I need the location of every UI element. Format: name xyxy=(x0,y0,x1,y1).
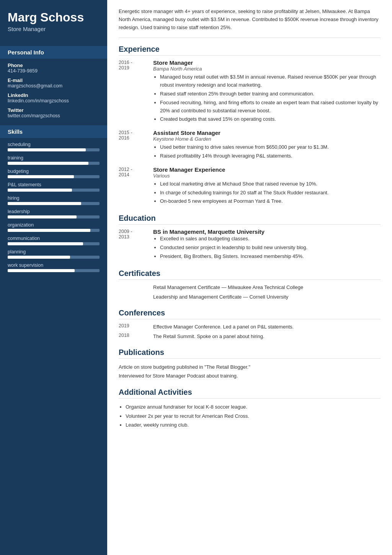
entry-subtitle: Various xyxy=(153,173,381,179)
skill-bar-bg xyxy=(8,229,100,232)
entry-body: BS in Management, Marquette University E… xyxy=(153,228,381,261)
conferences-section: Conferences 2019Effective Manager Confer… xyxy=(119,309,381,340)
experience-entry: 2016 -2019 Store Manager Bampa North Ame… xyxy=(119,59,381,124)
entry-bullets: Used better training to drive sales reve… xyxy=(153,143,381,160)
activities-section: Additional Activities Organize annual fu… xyxy=(119,388,381,429)
entry-subtitle: Keystone Home & Garden xyxy=(153,136,381,142)
skill-name: P&L statements xyxy=(8,182,100,187)
skill-bar-bg xyxy=(8,242,100,245)
linkedin-item: LinkedIn linkedin.com/in/margzschoss xyxy=(8,92,100,103)
skill-bar-bg xyxy=(8,215,100,218)
skill-bar-fill xyxy=(8,269,75,272)
entry-date: 2012 -2014 xyxy=(119,166,153,206)
skill-bar-bg xyxy=(8,175,100,178)
personal-info-title: Personal Info xyxy=(0,46,107,59)
certificate-entry: Retail Management Certificate — Milwauke… xyxy=(119,284,381,291)
twitter-item: Twitter twitter.com/margzschoss xyxy=(8,107,100,118)
skill-name: organization xyxy=(8,222,100,228)
entry-bullets: Managed busy retail outlet with $3.5M in… xyxy=(153,73,381,123)
publications-title: Publications xyxy=(119,348,381,359)
conf-year: 2018 xyxy=(119,333,153,340)
certificate-entry: Leadership and Management Certificate — … xyxy=(119,293,381,301)
skill-item: budgeting xyxy=(8,169,100,178)
phone-value: 414-739-9859 xyxy=(8,68,100,74)
twitter-value: twitter.com/margzschoss xyxy=(8,113,100,118)
bullet: Managed busy retail outlet with $3.5M in… xyxy=(160,73,381,89)
skill-name: planning xyxy=(8,249,100,255)
email-value: margzschoss@gmail.com xyxy=(8,83,100,89)
linkedin-value: linkedin.com/in/margzschoss xyxy=(8,98,100,103)
skill-bar-fill xyxy=(8,202,81,205)
candidate-name: Marg Schoss xyxy=(8,11,100,24)
skill-bar-bg xyxy=(8,256,100,259)
skill-bar-fill xyxy=(8,229,90,232)
skill-item: planning xyxy=(8,249,100,259)
summary-text: Energetic store manager with 4+ years of… xyxy=(119,8,381,38)
skill-bar-fill xyxy=(8,148,86,151)
entry-bullets: Excelled in sales and budgeting classes.… xyxy=(153,235,381,260)
bullet: In charge of scheduling trainings for 20… xyxy=(160,189,381,197)
entry-body: Store Manager Experience Various Led loc… xyxy=(153,166,381,206)
activities-list: Organize annual fundraiser for local K-8… xyxy=(119,402,381,429)
experience-entry: 2015 -2016 Assistant Store Manager Keyst… xyxy=(119,130,381,161)
conf-text: Effective Manager Conference. Led a pane… xyxy=(153,323,381,331)
skill-bar-bg xyxy=(8,189,100,192)
bullet: On-boarded 5 new employees at Poorman Ya… xyxy=(160,197,381,205)
publication-text: Interviewed for Store Manager Podcast ab… xyxy=(119,371,381,380)
skill-item: organization xyxy=(8,222,100,232)
activity-item: Volunteer 2x per year to recruit for Ame… xyxy=(126,412,381,420)
candidate-title: Store Manager xyxy=(8,26,100,32)
skill-item: P&L statements xyxy=(8,182,100,192)
entry-date: 2016 -2019 xyxy=(119,59,153,124)
entry-title: Assistant Store Manager xyxy=(153,130,381,136)
skill-bar-fill xyxy=(8,162,88,165)
skill-bar-bg xyxy=(8,202,100,205)
skill-item: scheduling xyxy=(8,142,100,151)
skill-item: communication xyxy=(8,236,100,245)
cert-text: Retail Management Certificate — Milwauke… xyxy=(153,284,381,291)
experience-section: Experience 2016 -2019 Store Manager Bamp… xyxy=(119,45,381,206)
skills-title: Skills xyxy=(0,125,107,138)
skill-item: work supervision xyxy=(8,263,100,272)
entry-title: Store Manager xyxy=(153,59,381,66)
activity-item: Leader, weekly running club. xyxy=(126,420,381,429)
skill-bar-fill xyxy=(8,175,74,178)
main-content: Energetic store manager with 4+ years of… xyxy=(107,0,392,555)
conference-entry: 2018The Retail Summit. Spoke on a panel … xyxy=(119,333,381,340)
entry-title: BS in Management, Marquette University xyxy=(153,228,381,235)
skill-name: hiring xyxy=(8,195,100,201)
skill-bar-bg xyxy=(8,162,100,165)
bullet: Raised staff retention 25% through bette… xyxy=(160,90,381,98)
bullet: Focused recruiting, hiring, and firing e… xyxy=(160,99,381,115)
certificates-section: Certificates Retail Management Certifica… xyxy=(119,269,381,301)
email-label: E-mail xyxy=(8,77,100,83)
personal-info-block: Phone 414-739-9859 E-mail margzschoss@gm… xyxy=(0,62,107,118)
sidebar: Marg Schoss Store Manager Personal Info … xyxy=(0,0,107,555)
bullet: Excelled in sales and budgeting classes. xyxy=(160,235,381,243)
cert-text: Leadership and Management Certificate — … xyxy=(153,293,381,301)
bullet: President, Big Brothers, Big Sisters. In… xyxy=(160,253,381,261)
education-section: Education 2009 -2013 BS in Management, M… xyxy=(119,214,381,261)
skill-name: budgeting xyxy=(8,169,100,174)
certificates-title: Certificates xyxy=(119,269,381,280)
skills-block: scheduling training budgeting P&L statem… xyxy=(0,142,107,272)
skill-bar-bg xyxy=(8,148,100,151)
entry-title: Store Manager Experience xyxy=(153,166,381,173)
bullet: Raised profitability 14% through leverag… xyxy=(160,152,381,160)
twitter-label: Twitter xyxy=(8,107,100,113)
activity-item: Organize annual fundraiser for local K-8… xyxy=(126,402,381,411)
email-item: E-mail margzschoss@gmail.com xyxy=(8,77,100,89)
cert-date xyxy=(119,293,153,301)
conf-text: The Retail Summit. Spoke on a panel abou… xyxy=(153,333,381,340)
phone-label: Phone xyxy=(8,62,100,68)
conf-year: 2019 xyxy=(119,323,153,331)
entry-body: Assistant Store Manager Keystone Home & … xyxy=(153,130,381,161)
skill-name: communication xyxy=(8,236,100,241)
skill-name: scheduling xyxy=(8,142,100,147)
education-entry: 2009 -2013 BS in Management, Marquette U… xyxy=(119,228,381,261)
conference-entry: 2019Effective Manager Conference. Led a … xyxy=(119,323,381,331)
bullet: Created budgets that saved 15% on operat… xyxy=(160,115,381,123)
skill-item: hiring xyxy=(8,195,100,205)
experience-title: Experience xyxy=(119,45,381,56)
entry-date: 2015 -2016 xyxy=(119,130,153,161)
